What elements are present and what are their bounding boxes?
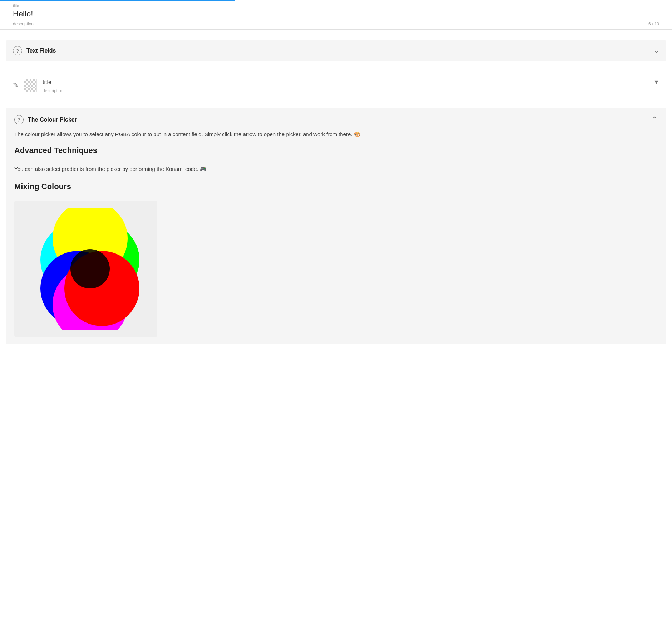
- field-description-text: description: [43, 88, 63, 93]
- svg-point-12: [70, 249, 110, 288]
- color-preview-box[interactable]: [24, 79, 37, 92]
- colour-picker-chevron-up-icon[interactable]: ⌃: [651, 115, 658, 124]
- edit-icon[interactable]: ✎: [13, 81, 18, 89]
- advanced-techniques-heading: Advanced Techniques: [14, 146, 658, 159]
- text-fields-card-header[interactable]: ? Text Fields ⌄: [6, 40, 666, 61]
- advanced-techniques-text: You can also select gradients from the p…: [14, 165, 658, 173]
- rgb-circles-svg: [25, 208, 147, 330]
- title-section: title description 6 / 10: [0, 1, 672, 30]
- dropdown-arrow-icon[interactable]: ▼: [653, 79, 659, 85]
- text-fields-card: ? Text Fields ⌄: [6, 40, 666, 61]
- colour-picker-card-header: ? The Colour Picker ⌃: [14, 115, 658, 124]
- text-fields-help-icon: ?: [13, 46, 22, 55]
- colour-picker-header-left: ? The Colour Picker: [14, 115, 77, 124]
- mixing-colours-heading: Mixing Colours: [14, 182, 658, 195]
- description-label: description: [13, 21, 34, 26]
- text-fields-chevron-icon: ⌄: [654, 47, 659, 55]
- colour-picker-card: ? The Colour Picker ⌃ The colour picker …: [6, 108, 666, 344]
- char-counter: 6 / 10: [648, 21, 659, 26]
- colour-picker-help-icon: ?: [14, 115, 24, 124]
- colour-picker-title: The Colour Picker: [28, 117, 77, 123]
- title-label: title: [13, 4, 659, 8]
- text-fields-title: Text Fields: [26, 48, 56, 54]
- field-content: title ▼ description: [43, 79, 659, 94]
- field-row: ✎ title ▼ description: [0, 72, 672, 101]
- field-title-text: title: [43, 79, 651, 85]
- colour-picker-body-text: The colour picker allows you to select a…: [14, 130, 658, 139]
- colour-mixing-diagram: [14, 201, 157, 337]
- title-input[interactable]: [13, 9, 659, 19]
- field-select-row: title ▼: [43, 79, 659, 87]
- card-header-left: ? Text Fields: [13, 46, 56, 55]
- title-bottom-row: description 6 / 10: [13, 21, 659, 29]
